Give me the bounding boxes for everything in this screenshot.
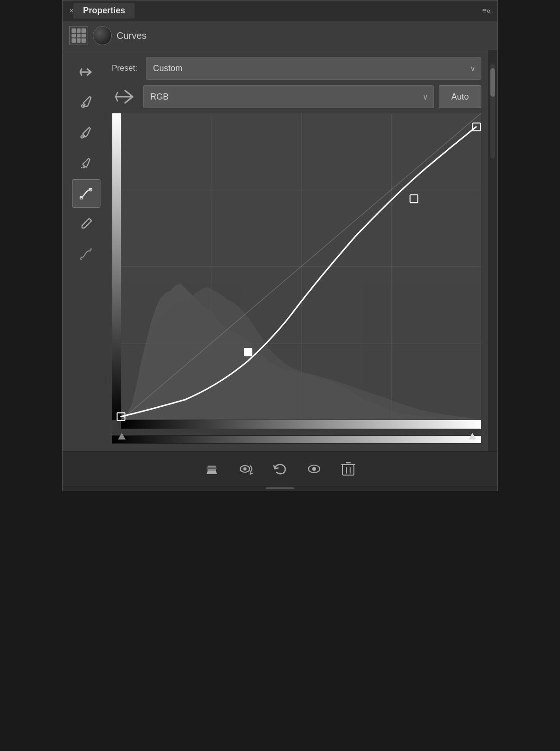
input-levels-bar xyxy=(112,435,481,444)
curves-graph[interactable] xyxy=(112,113,481,434)
undo-button[interactable] xyxy=(268,457,292,481)
preset-select-wrapper: Custom Default Strong Contrast Linear Co… xyxy=(146,57,481,80)
clip-icon xyxy=(204,461,220,477)
menu-button[interactable]: ≡ xyxy=(482,7,487,15)
svg-rect-26 xyxy=(207,467,217,469)
preset-select[interactable]: Custom Default Strong Contrast Linear Co… xyxy=(146,57,481,80)
delete-button[interactable] xyxy=(336,457,361,481)
scrollbar-thumb[interactable] xyxy=(490,68,495,97)
tool-header: Curves xyxy=(63,21,497,50)
smooth-icon xyxy=(79,247,93,261)
pencil-icon xyxy=(79,217,93,231)
svg-point-2 xyxy=(81,136,83,138)
channel-arrows-icon xyxy=(112,85,138,108)
curve-icon xyxy=(79,186,93,201)
undo-icon xyxy=(272,462,288,476)
properties-panel: × Properties ≡ « Curves xyxy=(62,0,498,491)
midpoint-eyedropper[interactable] xyxy=(72,119,100,147)
svg-rect-31 xyxy=(343,465,354,475)
channel-toggle-tool[interactable] xyxy=(72,58,100,86)
preset-label: Preset: xyxy=(112,64,140,73)
mask-icon[interactable] xyxy=(93,26,112,45)
main-content: Preset: Custom Default Strong Contrast L… xyxy=(110,50,488,451)
trash-icon xyxy=(341,461,356,477)
scrollbar-area xyxy=(488,50,497,451)
collapse-button[interactable]: « xyxy=(487,7,491,15)
title-text: Properties xyxy=(83,6,125,15)
curves-container xyxy=(112,113,481,444)
eyedropper-mid-icon xyxy=(79,126,93,140)
pencil-tool[interactable] xyxy=(72,210,100,238)
eye-cycle-icon xyxy=(237,462,254,476)
auto-button[interactable]: Auto xyxy=(439,85,481,108)
svg-point-28 xyxy=(244,467,247,470)
svg-rect-22 xyxy=(244,348,252,356)
eyedropper-black-icon xyxy=(79,156,93,170)
reset-view-button[interactable] xyxy=(234,457,258,481)
eyedropper-white-icon xyxy=(79,95,93,110)
white-point-eyedropper[interactable] xyxy=(72,88,100,117)
arrows-icon xyxy=(79,65,93,79)
clip-to-layer-button[interactable] xyxy=(199,457,224,481)
white-point-slider[interactable] xyxy=(469,433,476,440)
eye-icon xyxy=(306,462,323,476)
channel-select[interactable]: RGB Red Green Blue xyxy=(143,85,434,108)
svg-point-30 xyxy=(312,467,316,471)
channel-select-wrapper: RGB Red Green Blue ∨ xyxy=(143,85,434,108)
preset-row: Preset: Custom Default Strong Contrast L… xyxy=(112,57,481,80)
adjustment-grid-icon[interactable] xyxy=(69,26,88,45)
svg-rect-12 xyxy=(121,420,481,429)
titlebar: × Properties ≡ « xyxy=(63,0,497,21)
bottom-toolbar xyxy=(63,451,497,486)
resize-handle[interactable] xyxy=(63,486,497,491)
visibility-button[interactable] xyxy=(302,457,326,481)
svg-rect-11 xyxy=(112,113,121,420)
smooth-pencil-tool[interactable] xyxy=(72,240,100,268)
tool-label: Curves xyxy=(117,30,146,41)
svg-point-1 xyxy=(81,105,84,107)
black-point-slider[interactable] xyxy=(118,433,126,440)
scrollbar-track[interactable] xyxy=(490,64,495,158)
panel-title: Properties xyxy=(73,3,135,18)
close-button[interactable]: × xyxy=(69,7,73,15)
left-toolbar xyxy=(63,50,110,451)
smooth-curve-tool[interactable] xyxy=(72,179,100,208)
panel-body: Preset: Custom Default Strong Contrast L… xyxy=(63,50,497,451)
channel-row: RGB Red Green Blue ∨ Auto xyxy=(112,85,481,108)
black-point-eyedropper[interactable] xyxy=(72,149,100,177)
